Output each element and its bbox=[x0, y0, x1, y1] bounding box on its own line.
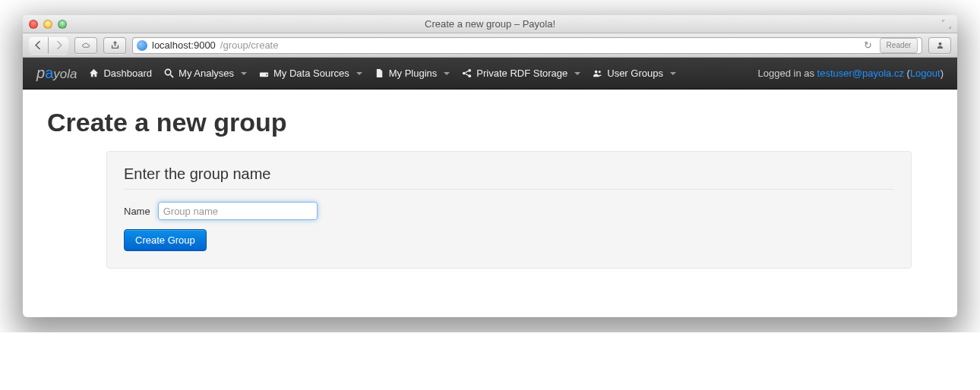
caret-icon bbox=[670, 72, 676, 75]
nav-label: My Data Sources bbox=[273, 68, 349, 79]
globe-icon bbox=[137, 40, 147, 51]
group-name-input[interactable] bbox=[158, 202, 318, 220]
logged-in-text: Logged in as bbox=[758, 68, 817, 79]
hdd-icon bbox=[259, 68, 269, 78]
create-group-button[interactable]: Create Group bbox=[124, 229, 207, 251]
name-label: Name bbox=[124, 206, 150, 217]
url-bar[interactable]: localhost:9000/group/create ↻ Reader bbox=[132, 37, 922, 54]
reader-button[interactable]: Reader bbox=[880, 38, 918, 53]
home-icon bbox=[89, 68, 99, 78]
nav-label: User Groups bbox=[607, 68, 663, 79]
icloud-button[interactable] bbox=[74, 37, 97, 54]
user-button[interactable] bbox=[928, 37, 951, 54]
svg-point-5 bbox=[463, 72, 466, 75]
nav-my-plugins[interactable]: My Plugins bbox=[375, 68, 450, 79]
nav-label: Dashboard bbox=[103, 68, 152, 79]
nav-dashboard[interactable]: Dashboard bbox=[89, 68, 152, 79]
form-legend: Enter the group name bbox=[124, 165, 894, 190]
logout-link[interactable]: Logout bbox=[910, 68, 940, 79]
fullscreen-icon[interactable] bbox=[942, 20, 951, 29]
browser-window: Create a new group – Payola! localhost:9… bbox=[23, 15, 957, 317]
url-host: localhost:9000 bbox=[152, 39, 216, 51]
search-icon bbox=[164, 68, 174, 78]
caret-icon bbox=[356, 72, 362, 75]
nav-buttons bbox=[29, 37, 68, 54]
nav-label: My Analyses bbox=[179, 68, 234, 79]
svg-point-7 bbox=[595, 71, 598, 74]
nav-my-data-sources[interactable]: My Data Sources bbox=[259, 68, 362, 79]
share-alt-icon bbox=[462, 68, 472, 78]
app-navbar: payola Dashboard My Analyses My Data Sou… bbox=[23, 58, 957, 90]
nav-label: My Plugins bbox=[389, 68, 438, 79]
caret-icon bbox=[444, 72, 450, 75]
nav-label: Private RDF Storage bbox=[476, 68, 567, 79]
nav-my-analyses[interactable]: My Analyses bbox=[164, 68, 247, 79]
svg-point-1 bbox=[165, 69, 170, 74]
nav-user-groups[interactable]: User Groups bbox=[593, 68, 676, 79]
titlebar: Create a new group – Payola! bbox=[23, 15, 957, 33]
group-icon bbox=[593, 68, 602, 78]
url-path: /group/create bbox=[220, 39, 279, 51]
file-icon bbox=[375, 68, 384, 78]
user-status: Logged in as testuser@payola.cz (Logout) bbox=[758, 68, 944, 79]
share-button[interactable] bbox=[103, 37, 126, 54]
caret-icon bbox=[574, 72, 580, 75]
forward-button[interactable] bbox=[49, 37, 68, 54]
svg-point-0 bbox=[938, 42, 941, 46]
svg-point-8 bbox=[599, 71, 601, 73]
user-email-link[interactable]: testuser@payola.cz bbox=[817, 68, 904, 79]
window-title: Create a new group – Payola! bbox=[23, 18, 957, 30]
svg-point-3 bbox=[266, 74, 267, 75]
page-heading: Create a new group bbox=[47, 108, 934, 137]
reload-icon[interactable]: ↻ bbox=[864, 39, 872, 51]
form-well: Enter the group name Name Create Group bbox=[106, 151, 912, 269]
browser-toolbar: localhost:9000/group/create ↻ Reader bbox=[23, 33, 957, 58]
brand-logo[interactable]: payola bbox=[36, 64, 77, 82]
name-field-row: Name bbox=[124, 202, 894, 220]
caret-icon bbox=[241, 72, 247, 75]
page-content: Create a new group Enter the group name … bbox=[23, 90, 957, 317]
nav-private-rdf-storage[interactable]: Private RDF Storage bbox=[462, 68, 580, 79]
back-button[interactable] bbox=[29, 37, 49, 54]
